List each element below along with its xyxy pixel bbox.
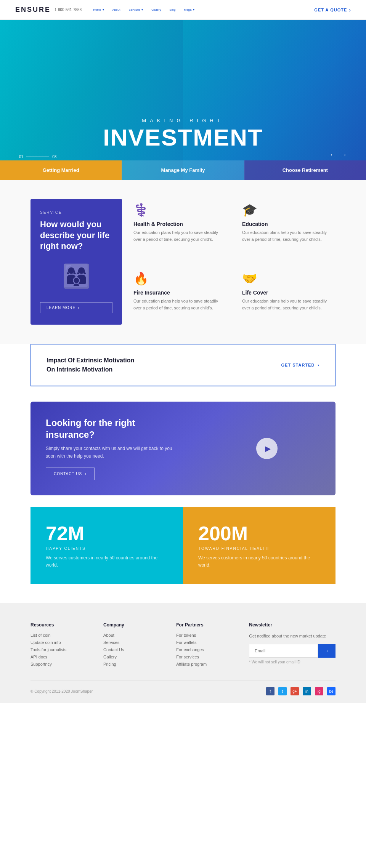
nav-gallery[interactable]: Gallery [151,8,161,11]
googleplus-icon[interactable]: g+ [291,687,299,695]
services-items: ⚕️ Health & Protection Our education pla… [133,199,336,325]
footer-grid: Resources List of coin Update coin info … [30,622,336,669]
slide-line [26,157,49,157]
footer-link[interactable]: Update coin info [30,640,88,645]
service-desc-fire: Our education plans help you to save ste… [133,298,227,311]
service-desc-health: Our education plans help you to save ste… [133,229,227,243]
nav-blog[interactable]: Blog [169,8,175,11]
stat-label-clients: HAPPY CLIENTS [46,546,168,551]
fire-icon: 🔥 [133,271,227,286]
email-input[interactable] [249,644,318,658]
footer-col-partners: For Partners For tokens For wallets For … [176,622,234,669]
stat-card-clients: 72M HAPPY CLIENTS We serves customers in… [30,507,183,584]
behance-icon[interactable]: be [327,687,336,695]
footer-link[interactable]: For exchanges [176,647,234,652]
footer-resources-title: Resources [30,622,88,628]
footer: Resources List of coin Update coin info … [0,603,366,703]
footer-link[interactable]: For tokens [176,633,234,637]
tab-choose-retirement[interactable]: Choose Retirement [244,160,366,180]
service-desc-life: Our education plans help you to save ste… [242,298,336,311]
hero-title: INVESTMENT [0,126,366,149]
footer-link[interactable]: List of coin [30,633,88,637]
footer-link[interactable]: About [103,633,161,637]
newsletter-submit-button[interactable]: → [318,644,336,658]
nav-mega[interactable]: Mega ▾ [184,8,194,11]
footer-col-resources: Resources List of coin Update coin info … [30,622,88,669]
stats-row: 72M HAPPY CLIENTS We serves customers in… [30,507,336,584]
footer-link[interactable]: For wallets [176,640,234,645]
copyright-text: © Copyright 2011-2020 JoomShaper [30,689,93,693]
hero-section: MAKING RIGHT INVESTMENT 01 03 ← → Gettin… [0,20,366,180]
newsletter-form: → [249,644,336,658]
health-protection-icon: ⚕️ [133,203,227,217]
contact-arrow-icon: › [85,472,87,476]
footer-newsletter-title: Newsletter [249,622,336,628]
footer-newsletter-desc: Get notified about the new market update [249,633,336,639]
stat-desc-clients: We serves customers in nearly 50 countri… [46,554,168,569]
get-quote-button[interactable]: GET A QUOTE [314,8,347,12]
video-bg-overlay [168,402,336,495]
footer-link[interactable]: Gallery [103,655,161,659]
service-name-education: Education [242,221,336,227]
service-item-education: 🎓 Education Our education plans help you… [242,199,336,256]
nav-about[interactable]: About [112,8,120,11]
cta-banner: Impact Of Extrinsic Motivation On Intrin… [30,344,336,386]
logo: ENSURE [15,6,51,14]
hero-tabs: Getting Married Manage My Family Choose … [0,160,366,180]
service-item-health: ⚕️ Health & Protection Our education pla… [133,199,227,256]
prev-arrow-icon[interactable]: ← [329,151,336,159]
nav-links: Home ▾ About Services ▾ Gallery Blog Meg… [93,8,314,11]
hero-content: MAKING RIGHT INVESTMENT [0,118,366,149]
service-desc-education: Our education plans help you to save ste… [242,229,336,243]
nav-cta-area: GET A QUOTE › [314,7,351,13]
footer-link[interactable]: Pricing [103,662,161,666]
phone-number: 1-800-541-7858 [55,8,82,12]
footer-company-title: Company [103,622,161,628]
service-item-fire: 🔥 Fire Insurance Our education plans hel… [133,267,227,325]
services-label: SERVICE [40,210,112,215]
footer-partners-title: For Partners [176,622,234,628]
stat-desc-financial: We serves customers in nearly 50 countri… [198,554,320,569]
footer-link[interactable]: Supportncy [30,662,88,666]
footer-col-company: Company About Services Contact Us Galler… [103,622,161,669]
services-section: SERVICE How would you describe your life… [0,180,366,344]
stat-label-financial: TOWARD FINANCIAL HEALTH [198,546,320,551]
service-item-life: 🤝 Life Cover Our education plans help yo… [242,267,336,325]
footer-link[interactable]: Tools for journalists [30,647,88,652]
tab-getting-married[interactable]: Getting Married [0,160,122,180]
footer-link[interactable]: Affiliate program [176,662,234,666]
linkedin-icon[interactable]: in [303,687,311,695]
stat-number-financial: 200M [198,522,320,545]
video-title: Looking for the right insurance? [46,417,183,440]
facebook-icon[interactable]: f [266,687,274,695]
nav-services[interactable]: Services ▾ [128,8,143,11]
social-links: f t g+ in ig be [266,687,336,695]
life-cover-icon: 🤝 [242,271,336,286]
instagram-icon[interactable]: ig [315,687,323,695]
service-name-life: Life Cover [242,290,336,296]
tab-manage-family[interactable]: Manage My Family [122,160,244,180]
nav-home[interactable]: Home ▾ [93,8,104,11]
next-arrow-icon[interactable]: → [340,151,347,159]
footer-link[interactable]: API docs [30,655,88,659]
education-icon: 🎓 [242,203,336,217]
footer-link[interactable]: Services [103,640,161,645]
contact-us-button[interactable]: CONTACT US › [46,468,95,480]
stat-card-financial: 200M TOWARD FINANCIAL HEALTH We serves c… [183,507,336,584]
get-started-arrow-icon: › [318,363,319,367]
learn-more-arrow-icon: › [78,306,79,310]
footer-link[interactable]: Contact Us [103,647,161,652]
services-card: SERVICE How would you describe your life… [30,199,122,325]
hero-subtitle: MAKING RIGHT [0,118,366,123]
learn-more-button[interactable]: LEARN MORE › [40,302,112,313]
twitter-icon[interactable]: t [278,687,287,695]
video-desc: Simply share your contacts with us and w… [46,445,183,460]
hero-nav-arrows: ← → [329,151,347,159]
footer-col-newsletter: Newsletter Get notified about the new ma… [249,622,336,669]
cta-banner-text: Impact Of Extrinsic Motivation On Intrin… [47,356,134,374]
get-started-button[interactable]: GET STARTED › [281,363,319,367]
quote-arrow-icon: › [349,7,351,13]
service-name-fire: Fire Insurance [133,290,227,296]
stat-number-clients: 72M [46,522,168,545]
footer-link[interactable]: For services [176,655,234,659]
